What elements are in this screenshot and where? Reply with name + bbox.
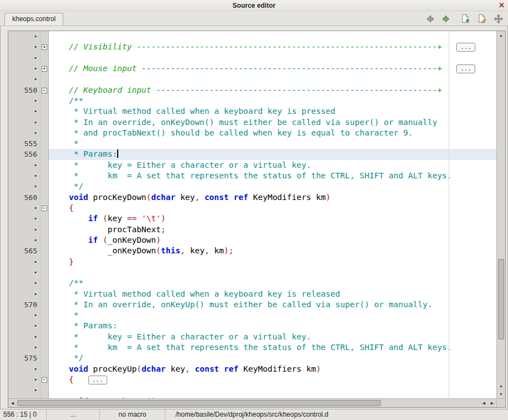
line-number[interactable]: 565 xyxy=(8,246,41,256)
code-text[interactable] xyxy=(49,74,496,84)
code-text[interactable]: * Virtual method called when a keyboard … xyxy=(49,289,496,299)
code-line[interactable]: • xyxy=(8,267,496,278)
code-text[interactable]: * In an override, onKeyDown() must eithe… xyxy=(49,117,496,128)
line-dot[interactable]: • xyxy=(8,203,41,213)
line-dot[interactable]: • xyxy=(8,257,41,267)
forward-button[interactable] xyxy=(441,13,451,24)
scroll-down-button[interactable]: ▼ xyxy=(497,390,505,398)
fold-column[interactable]: + xyxy=(41,63,49,74)
code-text[interactable]: // Mouse input -------------------------… xyxy=(49,63,496,74)
back-button[interactable] xyxy=(424,13,435,24)
folded-code-box[interactable]: ... xyxy=(456,64,475,73)
code-text[interactable]: /** xyxy=(49,96,496,106)
code-line[interactable]: 560 void procKeyDown(dchar key, const re… xyxy=(8,192,496,203)
folded-code-box[interactable]: ... xyxy=(456,43,475,52)
code-text[interactable]: * xyxy=(49,138,496,149)
tab-kheops-control[interactable]: kheops.control xyxy=(4,13,63,26)
code-line[interactable]: • * km = A set that represents the statu… xyxy=(8,171,496,181)
line-number[interactable]: 575 xyxy=(8,353,41,363)
line-dot[interactable]: • xyxy=(8,332,41,342)
line-dot[interactable]: • xyxy=(8,74,41,84)
line-dot[interactable]: • xyxy=(8,128,41,138)
code-text[interactable]: _onKeyDown(this, key, km); xyxy=(49,246,496,256)
code-text[interactable]: * key = Either a character or a virtual … xyxy=(49,332,496,342)
line-dot[interactable]: • xyxy=(8,42,41,52)
code-text[interactable]: * Params: xyxy=(49,321,496,331)
line-dot[interactable]: • xyxy=(8,53,41,63)
code-text[interactable]: * Virtual method called when a keyboard … xyxy=(49,106,496,117)
code-line[interactable]: • if (_onKeyDown) xyxy=(8,235,496,246)
folded-code-box[interactable]: ... xyxy=(88,376,107,384)
fold-expand-icon[interactable]: + xyxy=(42,66,47,72)
code-line[interactable]: • * xyxy=(8,310,496,321)
code-text[interactable]: * km = A set that represents the status … xyxy=(49,342,496,353)
code-line[interactable]: • /** xyxy=(8,278,496,288)
code-line[interactable]: • /** xyxy=(8,96,496,106)
code-text[interactable]: // Keyboard input ----------------------… xyxy=(49,85,496,96)
line-number[interactable]: 550 xyxy=(8,85,41,96)
fold-collapse-icon[interactable]: − xyxy=(42,377,47,383)
code-line[interactable]: • xyxy=(8,31,496,42)
fold-column[interactable]: − xyxy=(41,203,49,213)
code-text[interactable]: procTabNext; xyxy=(49,224,496,235)
line-dot[interactable]: • xyxy=(8,63,41,74)
line-dot[interactable]: • xyxy=(8,117,41,128)
line-number[interactable]: 560 xyxy=(8,192,41,203)
line-dot[interactable]: • xyxy=(8,224,41,235)
code-line[interactable]: 570 * In an override, onKeyUp() must eit… xyxy=(8,299,496,310)
vertical-scrollbar[interactable]: ▲ ▲ ▼ xyxy=(496,31,505,398)
code-area[interactable]: ••+ // Visibility ----------------------… xyxy=(8,31,496,398)
code-line[interactable]: 550− // Keyboard input -----------------… xyxy=(8,85,496,96)
code-line[interactable]: • xyxy=(8,53,496,63)
code-line[interactable]: • if (key == '\t') xyxy=(8,213,496,224)
code-line[interactable]: • * In an override, onKeyDown() must eit… xyxy=(8,117,496,128)
line-dot[interactable]: • xyxy=(8,235,41,246)
line-dot[interactable]: • xyxy=(8,181,41,192)
line-dot[interactable]: • xyxy=(8,267,41,278)
code-text[interactable]: * and procTabNext() should be called whe… xyxy=(49,128,496,138)
line-dot[interactable]: • xyxy=(8,171,41,181)
fold-expand-icon[interactable]: + xyxy=(42,44,47,50)
line-dot[interactable]: • xyxy=(8,342,41,353)
code-text[interactable] xyxy=(49,53,496,63)
code-line[interactable]: • } xyxy=(8,257,496,267)
code-text[interactable]: {... xyxy=(49,374,496,385)
code-line[interactable]: 575 */ xyxy=(8,353,496,363)
line-dot[interactable]: • xyxy=(8,213,41,224)
code-text[interactable]: void procKeyDown(dchar key, const ref Ke… xyxy=(49,192,496,203)
code-text[interactable]: if (_onKeyDown) xyxy=(49,235,496,246)
add-document-button[interactable] xyxy=(460,13,470,24)
code-line[interactable]: • * Virtual method called when a keyboar… xyxy=(8,289,496,299)
horizontal-scrollbar[interactable]: ◀ ◀ ▶ xyxy=(8,398,496,407)
fold-column[interactable]: − xyxy=(41,374,49,385)
code-text[interactable] xyxy=(49,31,496,42)
code-line[interactable]: •+ // Mouse input ----------------------… xyxy=(8,63,496,74)
code-text[interactable]: if (key == '\t') xyxy=(49,213,496,224)
code-line[interactable]: • void procKeyUp(dchar key, const ref Ke… xyxy=(8,364,496,374)
line-dot[interactable]: • xyxy=(8,321,41,331)
code-line[interactable]: 556 * Params: xyxy=(8,149,496,159)
code-text[interactable]: * key = Either a character or a virtual … xyxy=(49,160,496,171)
code-line[interactable]: • * Virtual method called when a keyboar… xyxy=(8,106,496,117)
code-line[interactable]: • * Params: xyxy=(8,321,496,331)
close-button[interactable]: ✕ xyxy=(499,0,505,11)
code-line[interactable]: 555 * xyxy=(8,138,496,149)
code-line[interactable]: • * km = A set that represents the statu… xyxy=(8,342,496,353)
fold-column[interactable]: + xyxy=(41,42,49,52)
line-dot[interactable]: • xyxy=(8,364,41,374)
detach-button[interactable] xyxy=(493,13,504,24)
code-line[interactable]: • * and procTabNext() should be called w… xyxy=(8,128,496,138)
code-line[interactable]: •− {... xyxy=(8,374,496,385)
code-line[interactable]: • */ xyxy=(8,181,496,192)
code-text[interactable] xyxy=(49,267,496,278)
code-text[interactable]: { xyxy=(49,203,496,213)
code-text[interactable]: * km = A set that represents the status … xyxy=(49,171,496,181)
scroll-up-button[interactable]: ▲ xyxy=(497,31,505,39)
code-text[interactable]: * In an override, onKeyUp() must either … xyxy=(49,299,496,310)
fold-column[interactable]: − xyxy=(41,85,49,96)
line-dot[interactable]: • xyxy=(8,278,41,288)
code-text[interactable]: * xyxy=(49,310,496,321)
code-line[interactable]: • * key = Either a character or a virtua… xyxy=(8,160,496,171)
scroll-left-button[interactable]: ◀ xyxy=(8,399,17,407)
code-text[interactable] xyxy=(49,385,496,396)
